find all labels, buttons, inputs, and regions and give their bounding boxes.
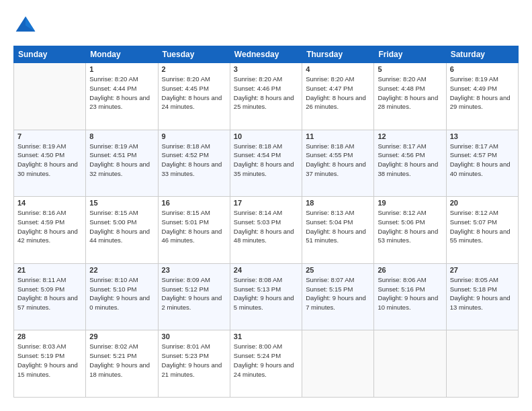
day-number: 19 xyxy=(378,199,442,207)
sunrise-time: Sunrise: 8:20 AM xyxy=(162,75,210,83)
day-info: Sunrise: 8:20 AM Sunset: 4:44 PM Dayligh… xyxy=(89,75,154,111)
sunrise-time: Sunrise: 8:12 AM xyxy=(450,209,498,216)
sunrise-time: Sunrise: 8:06 AM xyxy=(378,276,426,283)
sunset-time: Sunset: 5:10 PM xyxy=(89,285,136,293)
sunset-time: Sunset: 4:55 PM xyxy=(306,151,353,158)
day-info: Sunrise: 8:07 AM Sunset: 5:15 PM Dayligh… xyxy=(306,275,370,312)
sunset-time: Sunset: 4:57 PM xyxy=(450,151,497,158)
sunrise-time: Sunrise: 8:18 AM xyxy=(162,142,210,150)
day-cell: 15 Sunrise: 8:15 AM Sunset: 5:00 PM Dayl… xyxy=(86,197,158,264)
daylight-hours: Daylight: 9 hours and 10 minutes. xyxy=(378,294,438,311)
daylight-hours: Daylight: 8 hours and 37 minutes. xyxy=(306,161,366,177)
sunrise-time: Sunrise: 8:18 AM xyxy=(306,142,354,150)
day-info: Sunrise: 8:20 AM Sunset: 4:45 PM Dayligh… xyxy=(162,75,226,111)
day-number: 1 xyxy=(89,65,154,73)
daylight-hours: Daylight: 8 hours and 28 minutes. xyxy=(378,94,438,111)
day-cell: 28 Sunrise: 8:03 AM Sunset: 5:19 PM Dayl… xyxy=(14,330,86,398)
day-cell xyxy=(14,63,86,130)
sunset-time: Sunset: 5:15 PM xyxy=(306,285,353,293)
daylight-hours: Daylight: 8 hours and 25 minutes. xyxy=(234,94,294,111)
daylight-hours: Daylight: 8 hours and 26 minutes. xyxy=(306,94,366,111)
sunrise-time: Sunrise: 8:14 AM xyxy=(234,209,282,216)
day-number: 31 xyxy=(234,332,298,340)
day-cell: 27 Sunrise: 8:05 AM Sunset: 5:18 PM Dayl… xyxy=(446,263,518,330)
day-number: 13 xyxy=(450,132,515,140)
sunrise-time: Sunrise: 8:20 AM xyxy=(378,75,426,83)
daylight-hours: Daylight: 8 hours and 30 minutes. xyxy=(17,161,78,177)
sunrise-time: Sunrise: 8:19 AM xyxy=(89,142,138,150)
day-info: Sunrise: 8:18 AM Sunset: 4:52 PM Dayligh… xyxy=(162,142,226,179)
day-cell: 13 Sunrise: 8:17 AM Sunset: 4:57 PM Dayl… xyxy=(446,130,518,197)
day-info: Sunrise: 8:19 AM Sunset: 4:50 PM Dayligh… xyxy=(17,142,82,179)
sunset-time: Sunset: 5:12 PM xyxy=(162,285,209,293)
day-number: 27 xyxy=(450,266,515,274)
day-number: 28 xyxy=(17,332,82,340)
daylight-hours: Daylight: 8 hours and 35 minutes. xyxy=(234,161,294,177)
day-cell: 4 Sunrise: 8:20 AM Sunset: 4:47 PM Dayli… xyxy=(302,63,374,130)
daylight-hours: Daylight: 8 hours and 32 minutes. xyxy=(89,161,150,177)
sunrise-time: Sunrise: 8:00 AM xyxy=(234,342,282,350)
sunset-time: Sunset: 5:21 PM xyxy=(89,352,136,359)
sunset-time: Sunset: 4:45 PM xyxy=(162,85,209,92)
day-cell: 25 Sunrise: 8:07 AM Sunset: 5:15 PM Dayl… xyxy=(302,263,374,330)
day-cell: 22 Sunrise: 8:10 AM Sunset: 5:10 PM Dayl… xyxy=(86,263,158,330)
sunset-time: Sunset: 4:50 PM xyxy=(17,151,64,158)
sunrise-time: Sunrise: 8:20 AM xyxy=(234,75,282,83)
logo-icon xyxy=(13,13,38,38)
sunrise-time: Sunrise: 8:13 AM xyxy=(306,209,354,216)
day-number: 3 xyxy=(234,65,298,73)
day-info: Sunrise: 8:20 AM Sunset: 4:46 PM Dayligh… xyxy=(234,75,298,111)
day-cell: 12 Sunrise: 8:17 AM Sunset: 4:56 PM Dayl… xyxy=(374,130,446,197)
day-number: 23 xyxy=(162,266,226,274)
sunrise-time: Sunrise: 8:17 AM xyxy=(378,142,426,150)
sunrise-time: Sunrise: 8:05 AM xyxy=(450,276,498,283)
sunrise-time: Sunrise: 8:02 AM xyxy=(89,342,138,350)
sunset-time: Sunset: 4:51 PM xyxy=(89,151,136,158)
day-info: Sunrise: 8:19 AM Sunset: 4:51 PM Dayligh… xyxy=(89,142,154,179)
day-cell xyxy=(302,330,374,398)
week-row-2: 7 Sunrise: 8:19 AM Sunset: 4:50 PM Dayli… xyxy=(14,130,519,197)
sunrise-time: Sunrise: 8:18 AM xyxy=(234,142,282,150)
day-cell: 30 Sunrise: 8:01 AM Sunset: 5:23 PM Dayl… xyxy=(158,330,230,398)
sunset-time: Sunset: 5:00 PM xyxy=(89,218,136,226)
day-number: 24 xyxy=(234,266,298,274)
day-cell: 19 Sunrise: 8:12 AM Sunset: 5:06 PM Dayl… xyxy=(374,197,446,264)
day-cell: 21 Sunrise: 8:11 AM Sunset: 5:09 PM Dayl… xyxy=(14,263,86,330)
day-info: Sunrise: 8:13 AM Sunset: 5:04 PM Dayligh… xyxy=(306,208,370,245)
sunset-time: Sunset: 4:44 PM xyxy=(89,85,136,92)
day-cell: 8 Sunrise: 8:19 AM Sunset: 4:51 PM Dayli… xyxy=(86,130,158,197)
sunrise-time: Sunrise: 8:19 AM xyxy=(17,142,66,150)
day-cell: 26 Sunrise: 8:06 AM Sunset: 5:16 PM Dayl… xyxy=(374,263,446,330)
weekday-header-friday: Friday xyxy=(374,46,446,63)
day-cell: 2 Sunrise: 8:20 AM Sunset: 4:45 PM Dayli… xyxy=(158,63,230,130)
sunrise-time: Sunrise: 8:07 AM xyxy=(306,276,354,283)
day-cell: 6 Sunrise: 8:19 AM Sunset: 4:49 PM Dayli… xyxy=(446,63,518,130)
daylight-hours: Daylight: 8 hours and 57 minutes. xyxy=(17,294,78,311)
day-info: Sunrise: 8:14 AM Sunset: 5:03 PM Dayligh… xyxy=(234,208,298,245)
sunset-time: Sunset: 5:07 PM xyxy=(450,218,497,226)
day-number: 4 xyxy=(306,65,370,73)
sunset-time: Sunset: 4:47 PM xyxy=(306,85,353,92)
day-info: Sunrise: 8:05 AM Sunset: 5:18 PM Dayligh… xyxy=(450,275,515,312)
day-info: Sunrise: 8:00 AM Sunset: 5:24 PM Dayligh… xyxy=(234,342,298,379)
sunrise-time: Sunrise: 8:01 AM xyxy=(162,342,210,350)
day-cell: 11 Sunrise: 8:18 AM Sunset: 4:55 PM Dayl… xyxy=(302,130,374,197)
sunrise-time: Sunrise: 8:15 AM xyxy=(89,209,138,216)
daylight-hours: Daylight: 9 hours and 2 minutes. xyxy=(162,294,222,311)
day-cell: 18 Sunrise: 8:13 AM Sunset: 5:04 PM Dayl… xyxy=(302,197,374,264)
sunset-time: Sunset: 5:09 PM xyxy=(17,285,64,293)
daylight-hours: Daylight: 8 hours and 53 minutes. xyxy=(378,228,438,244)
daylight-hours: Daylight: 9 hours and 18 minutes. xyxy=(89,361,150,378)
day-number: 10 xyxy=(234,132,298,140)
day-number: 11 xyxy=(306,132,370,140)
sunset-time: Sunset: 5:19 PM xyxy=(17,352,64,359)
day-cell: 17 Sunrise: 8:14 AM Sunset: 5:03 PM Dayl… xyxy=(230,197,302,264)
sunrise-time: Sunrise: 8:20 AM xyxy=(89,75,138,83)
day-cell: 24 Sunrise: 8:08 AM Sunset: 5:13 PM Dayl… xyxy=(230,263,302,330)
sunrise-time: Sunrise: 8:09 AM xyxy=(162,276,210,283)
sunset-time: Sunset: 5:03 PM xyxy=(234,218,281,226)
sunset-time: Sunset: 4:46 PM xyxy=(234,85,281,92)
daylight-hours: Daylight: 9 hours and 7 minutes. xyxy=(306,294,366,311)
sunrise-time: Sunrise: 8:10 AM xyxy=(89,276,138,283)
sunrise-time: Sunrise: 8:20 AM xyxy=(306,75,354,83)
